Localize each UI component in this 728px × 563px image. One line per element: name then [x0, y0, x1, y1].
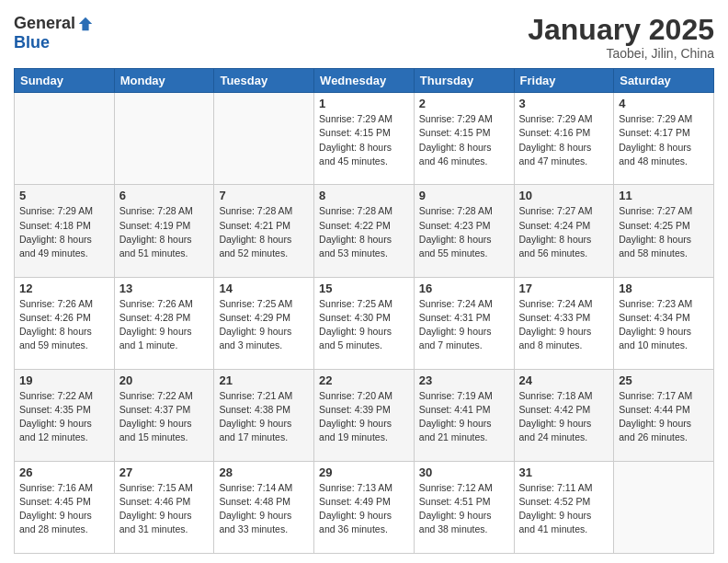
- calendar-week-row: 26Sunrise: 7:16 AM Sunset: 4:45 PM Dayli…: [15, 461, 714, 553]
- weekday-header-row: SundayMondayTuesdayWednesdayThursdayFrid…: [15, 69, 714, 93]
- header: General Blue January 2025 Taobei, Jilin,…: [14, 14, 714, 61]
- calendar-cell: 1Sunrise: 7:29 AM Sunset: 4:15 PM Daylig…: [314, 93, 415, 185]
- calendar-cell: 3Sunrise: 7:29 AM Sunset: 4:16 PM Daylig…: [514, 93, 614, 185]
- title-section: January 2025 Taobei, Jilin, China: [528, 14, 714, 61]
- day-info: Sunrise: 7:19 AM Sunset: 4:41 PM Dayligh…: [419, 389, 509, 445]
- calendar-cell: [15, 93, 115, 185]
- calendar-cell: 11Sunrise: 7:27 AM Sunset: 4:25 PM Dayli…: [614, 185, 714, 277]
- day-number: 5: [19, 189, 109, 202]
- day-info: Sunrise: 7:15 AM Sunset: 4:46 PM Dayligh…: [119, 481, 210, 537]
- calendar-cell: 29Sunrise: 7:13 AM Sunset: 4:49 PM Dayli…: [314, 461, 415, 553]
- day-number: 22: [319, 373, 409, 387]
- day-info: Sunrise: 7:29 AM Sunset: 4:18 PM Dayligh…: [19, 204, 109, 260]
- calendar-table: SundayMondayTuesdayWednesdayThursdayFrid…: [14, 68, 714, 554]
- day-number: 15: [319, 282, 409, 295]
- day-number: 23: [419, 373, 509, 387]
- day-number: 19: [19, 373, 109, 387]
- calendar-cell: 21Sunrise: 7:21 AM Sunset: 4:38 PM Dayli…: [214, 369, 314, 461]
- day-number: 12: [19, 282, 109, 295]
- day-info: Sunrise: 7:11 AM Sunset: 4:52 PM Dayligh…: [519, 481, 609, 537]
- svg-marker-0: [79, 17, 92, 29]
- day-info: Sunrise: 7:21 AM Sunset: 4:38 PM Dayligh…: [219, 389, 309, 445]
- calendar-cell: 15Sunrise: 7:25 AM Sunset: 4:30 PM Dayli…: [314, 277, 415, 369]
- day-info: Sunrise: 7:29 AM Sunset: 4:17 PM Dayligh…: [619, 112, 709, 168]
- weekday-header-sunday: Sunday: [15, 69, 115, 93]
- calendar-cell: 9Sunrise: 7:28 AM Sunset: 4:23 PM Daylig…: [414, 185, 514, 277]
- calendar-cell: 12Sunrise: 7:26 AM Sunset: 4:26 PM Dayli…: [15, 277, 115, 369]
- weekday-header-tuesday: Tuesday: [214, 69, 314, 93]
- day-number: 29: [319, 465, 409, 479]
- day-info: Sunrise: 7:25 AM Sunset: 4:29 PM Dayligh…: [219, 297, 309, 353]
- calendar-cell: 8Sunrise: 7:28 AM Sunset: 4:22 PM Daylig…: [314, 185, 415, 277]
- calendar-cell: 20Sunrise: 7:22 AM Sunset: 4:37 PM Dayli…: [114, 369, 214, 461]
- weekday-header-monday: Monday: [114, 69, 214, 93]
- calendar-cell: [114, 93, 214, 185]
- day-number: 6: [119, 189, 210, 202]
- day-number: 25: [619, 373, 709, 387]
- day-info: Sunrise: 7:24 AM Sunset: 4:31 PM Dayligh…: [419, 297, 509, 353]
- day-info: Sunrise: 7:20 AM Sunset: 4:39 PM Dayligh…: [319, 389, 409, 445]
- calendar-cell: [214, 93, 314, 185]
- weekday-header-thursday: Thursday: [414, 69, 514, 93]
- calendar-cell: 28Sunrise: 7:14 AM Sunset: 4:48 PM Dayli…: [214, 461, 314, 553]
- logo-icon: [77, 16, 94, 32]
- day-info: Sunrise: 7:25 AM Sunset: 4:30 PM Dayligh…: [319, 297, 409, 353]
- location: Taobei, Jilin, China: [528, 46, 714, 61]
- calendar-week-row: 5Sunrise: 7:29 AM Sunset: 4:18 PM Daylig…: [15, 185, 714, 277]
- day-info: Sunrise: 7:13 AM Sunset: 4:49 PM Dayligh…: [319, 481, 409, 537]
- day-number: 21: [219, 373, 309, 387]
- day-info: Sunrise: 7:22 AM Sunset: 4:37 PM Dayligh…: [119, 389, 210, 445]
- day-info: Sunrise: 7:18 AM Sunset: 4:42 PM Dayligh…: [519, 389, 609, 445]
- day-info: Sunrise: 7:26 AM Sunset: 4:26 PM Dayligh…: [19, 297, 109, 353]
- day-info: Sunrise: 7:23 AM Sunset: 4:34 PM Dayligh…: [619, 297, 709, 353]
- page: General Blue January 2025 Taobei, Jilin,…: [0, 0, 728, 563]
- calendar-cell: 25Sunrise: 7:17 AM Sunset: 4:44 PM Dayli…: [614, 369, 714, 461]
- calendar-cell: 5Sunrise: 7:29 AM Sunset: 4:18 PM Daylig…: [15, 185, 115, 277]
- day-info: Sunrise: 7:27 AM Sunset: 4:25 PM Dayligh…: [619, 204, 709, 260]
- day-info: Sunrise: 7:28 AM Sunset: 4:19 PM Dayligh…: [119, 204, 210, 260]
- calendar-week-row: 19Sunrise: 7:22 AM Sunset: 4:35 PM Dayli…: [15, 369, 714, 461]
- calendar-week-row: 1Sunrise: 7:29 AM Sunset: 4:15 PM Daylig…: [15, 93, 714, 185]
- calendar-cell: 31Sunrise: 7:11 AM Sunset: 4:52 PM Dayli…: [514, 461, 614, 553]
- logo-general-text: General: [14, 14, 75, 33]
- day-number: 11: [619, 189, 709, 202]
- day-number: 24: [519, 373, 609, 387]
- day-number: 26: [19, 465, 109, 479]
- calendar-cell: 10Sunrise: 7:27 AM Sunset: 4:24 PM Dayli…: [514, 185, 614, 277]
- calendar-cell: 18Sunrise: 7:23 AM Sunset: 4:34 PM Dayli…: [614, 277, 714, 369]
- day-number: 10: [519, 189, 609, 202]
- calendar-week-row: 12Sunrise: 7:26 AM Sunset: 4:26 PM Dayli…: [15, 277, 714, 369]
- month-title: January 2025: [528, 14, 714, 46]
- calendar-cell: 4Sunrise: 7:29 AM Sunset: 4:17 PM Daylig…: [614, 93, 714, 185]
- day-info: Sunrise: 7:17 AM Sunset: 4:44 PM Dayligh…: [619, 389, 709, 445]
- day-number: 14: [219, 282, 309, 295]
- logo-blue-text: Blue: [14, 33, 50, 52]
- day-number: 31: [519, 465, 609, 479]
- calendar-cell: 24Sunrise: 7:18 AM Sunset: 4:42 PM Dayli…: [514, 369, 614, 461]
- calendar-cell: 14Sunrise: 7:25 AM Sunset: 4:29 PM Dayli…: [214, 277, 314, 369]
- day-number: 7: [219, 189, 309, 202]
- day-info: Sunrise: 7:14 AM Sunset: 4:48 PM Dayligh…: [219, 481, 309, 537]
- day-info: Sunrise: 7:16 AM Sunset: 4:45 PM Dayligh…: [19, 481, 109, 537]
- day-info: Sunrise: 7:29 AM Sunset: 4:16 PM Dayligh…: [519, 112, 609, 168]
- day-number: 8: [319, 189, 409, 202]
- day-number: 27: [119, 465, 210, 479]
- calendar-cell: [614, 461, 714, 553]
- day-number: 28: [219, 465, 309, 479]
- day-info: Sunrise: 7:29 AM Sunset: 4:15 PM Dayligh…: [319, 112, 409, 168]
- day-info: Sunrise: 7:22 AM Sunset: 4:35 PM Dayligh…: [19, 389, 109, 445]
- calendar-cell: 23Sunrise: 7:19 AM Sunset: 4:41 PM Dayli…: [414, 369, 514, 461]
- day-number: 4: [619, 97, 709, 110]
- day-number: 3: [519, 97, 609, 110]
- calendar-cell: 7Sunrise: 7:28 AM Sunset: 4:21 PM Daylig…: [214, 185, 314, 277]
- logo: General Blue: [14, 14, 94, 52]
- weekday-header-friday: Friday: [514, 69, 614, 93]
- day-number: 30: [419, 465, 509, 479]
- day-info: Sunrise: 7:29 AM Sunset: 4:15 PM Dayligh…: [419, 112, 509, 168]
- day-info: Sunrise: 7:28 AM Sunset: 4:21 PM Dayligh…: [219, 204, 309, 260]
- day-number: 9: [419, 189, 509, 202]
- calendar-cell: 19Sunrise: 7:22 AM Sunset: 4:35 PM Dayli…: [15, 369, 115, 461]
- day-info: Sunrise: 7:12 AM Sunset: 4:51 PM Dayligh…: [419, 481, 509, 537]
- day-info: Sunrise: 7:28 AM Sunset: 4:22 PM Dayligh…: [319, 204, 409, 260]
- calendar-cell: 22Sunrise: 7:20 AM Sunset: 4:39 PM Dayli…: [314, 369, 415, 461]
